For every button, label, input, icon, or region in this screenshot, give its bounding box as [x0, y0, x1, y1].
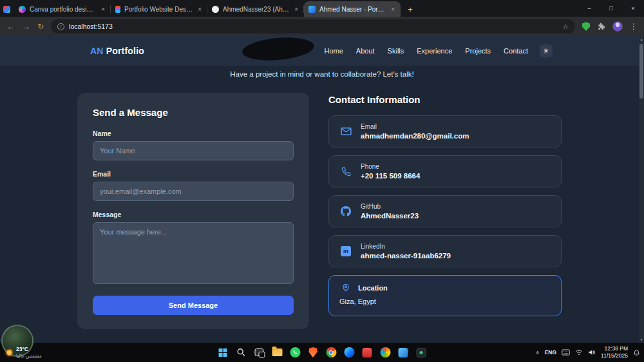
nav-links: Home About Skills Experience Projects Co… — [325, 47, 528, 55]
tab-github[interactable]: AhmedNasser23 (Ahmed Nasse × — [207, 1, 304, 17]
copilot-icon[interactable] — [379, 347, 392, 359]
tab-portfolio-active[interactable]: Ahmed Nasser - Portfolio × — [304, 1, 401, 17]
system-tray: ∧ ENG 12:38 PM 11/15/2025 — [536, 345, 640, 359]
nav-item-home[interactable]: Home — [325, 47, 343, 55]
location-pin-icon — [339, 283, 352, 292]
tab-title: AhmedNasser23 (Ahmed Nasse — [223, 6, 289, 13]
forward-icon[interactable]: → — [22, 23, 30, 31]
window-controls: – □ × — [578, 0, 644, 17]
theme-toggle-button[interactable]: ☀ — [540, 44, 553, 57]
whatsapp-icon[interactable] — [289, 347, 301, 359]
logo-name: Portfolio — [106, 46, 144, 56]
tab-close-icon[interactable]: × — [293, 6, 299, 13]
language-indicator[interactable]: ENG — [545, 349, 556, 356]
scrollbar-thumb[interactable] — [639, 44, 643, 99]
contact-card-email[interactable]: Email ahmadhemdan280@gmail.com — [328, 115, 562, 148]
tab-close-icon[interactable]: × — [100, 6, 106, 13]
brave-icon[interactable] — [307, 347, 319, 359]
close-window-button[interactable]: × — [622, 0, 644, 17]
window-badge-icon[interactable] — [3, 6, 10, 13]
contact-card-linkedin[interactable]: in LinkedIn ahmed-nasser-91aab6279 — [328, 235, 562, 267]
phone-icon — [339, 167, 352, 176]
page-scrollbar[interactable]: ▲ ▼ — [639, 36, 644, 343]
tab-figma[interactable]: Portfolio Website Design – Figm × — [111, 1, 207, 17]
github-icon — [339, 206, 352, 216]
scrollbar-down-icon[interactable]: ▼ — [639, 336, 644, 343]
site-navbar: ANPortfolio Home About Skills Experience… — [0, 36, 644, 66]
reload-icon[interactable]: ↻ — [37, 23, 44, 30]
touch-keyboard-icon[interactable] — [562, 349, 570, 356]
email-label: Email — [93, 170, 294, 178]
name-input[interactable] — [93, 141, 294, 160]
new-tab-button[interactable]: + — [403, 2, 417, 16]
contact-label: GitHub — [361, 203, 419, 210]
nav-item-skills[interactable]: Skills — [388, 47, 404, 55]
nav-item-contact[interactable]: Contact — [504, 47, 528, 55]
contact-card-location[interactable]: Location Giza, Egypt — [328, 275, 562, 316]
site-logo[interactable]: ANPortfolio — [90, 46, 144, 56]
form-title: Send a Message — [93, 107, 294, 118]
nav-item-about[interactable]: About — [356, 47, 375, 55]
tab-canva[interactable]: Canva portfolio design prompt × — [14, 1, 111, 17]
contact-label: Location — [358, 284, 388, 292]
tab-close-icon[interactable]: × — [196, 6, 203, 13]
sun-icon — [6, 350, 12, 356]
edge-icon[interactable] — [343, 347, 355, 359]
email-input[interactable] — [93, 182, 294, 201]
linkedin-icon: in — [339, 246, 352, 256]
start-button[interactable] — [217, 347, 229, 359]
speaker-icon[interactable] — [588, 349, 596, 356]
contact-label: Email — [361, 123, 469, 130]
browser-tab-strip: Canva portfolio design prompt × Portfoli… — [0, 0, 644, 17]
tab-title: Ahmed Nasser - Portfolio — [319, 6, 386, 13]
weather-widget[interactable]: 23°C مشمس غالبا — [6, 346, 42, 358]
extensions-puzzle-icon[interactable] — [597, 23, 605, 31]
wifi-icon[interactable] — [575, 349, 583, 356]
message-textarea[interactable] — [93, 222, 294, 284]
nav-item-experience[interactable]: Experience — [417, 47, 452, 55]
maximize-button[interactable]: □ — [600, 0, 622, 17]
tray-chevron-icon[interactable]: ∧ — [536, 350, 540, 356]
app-icon-dark[interactable] — [415, 347, 428, 359]
file-explorer-icon[interactable] — [271, 347, 283, 359]
contact-value: +20 115 509 8664 — [361, 172, 420, 180]
email-icon — [339, 127, 352, 136]
contact-card-phone[interactable]: Phone +20 115 509 8664 — [328, 155, 562, 187]
windows-taskbar: 23°C مشمس غالبا ∧ ENG — [0, 343, 644, 362]
task-view-icon[interactable] — [253, 347, 265, 359]
logo-accent: AN — [90, 46, 104, 56]
send-message-button[interactable]: Send Message — [93, 296, 294, 315]
bookmark-star-icon[interactable]: ☆ — [562, 23, 569, 31]
message-label: Message — [93, 211, 294, 218]
contact-information: Contact Information Email ahmadhemdan280… — [328, 93, 562, 324]
nav-item-projects[interactable]: Projects — [465, 47, 491, 55]
adblock-shield-icon[interactable] — [582, 22, 590, 31]
weather-desc: مشمس غالبا — [16, 353, 42, 359]
back-icon[interactable]: ← — [6, 23, 15, 31]
search-icon[interactable] — [235, 347, 247, 359]
contact-value: AhmedNasser23 — [361, 212, 419, 220]
address-bar[interactable]: i localhost:5173 ☆ — [51, 19, 575, 33]
notification-bell-icon[interactable] — [633, 349, 640, 356]
contact-card-github[interactable]: GitHub AhmedNasser23 — [328, 195, 562, 227]
tab-title: Portfolio Website Design – Figm — [124, 6, 193, 13]
contact-section: Send a Message Name Email Message Send M… — [0, 78, 644, 329]
profile-avatar[interactable] — [612, 21, 623, 32]
portfolio-favicon — [308, 6, 316, 13]
contact-tagline: Have a project in mind or want to collab… — [0, 70, 644, 78]
browser-menu-icon[interactable]: ⋮ — [630, 22, 638, 31]
weather-temp: 23°C — [16, 346, 42, 352]
scrollbar-up-icon[interactable]: ▲ — [639, 36, 644, 43]
site-info-icon[interactable]: i — [57, 23, 64, 30]
contact-label: Phone — [361, 163, 420, 170]
tab-title: Canva portfolio design prompt — [30, 6, 96, 13]
app-icon-red[interactable] — [361, 347, 374, 359]
tab-close-icon[interactable]: × — [390, 6, 396, 13]
contact-value: ahmadhemdan280@gmail.com — [361, 132, 469, 140]
chrome-icon[interactable] — [325, 347, 337, 359]
url-text: localhost:5173 — [69, 23, 113, 30]
clock[interactable]: 12:38 PM 11/15/2025 — [601, 345, 628, 359]
contact-value: ahmed-nasser-91aab6279 — [361, 252, 451, 260]
app-icon-blue[interactable] — [397, 347, 410, 359]
minimize-button[interactable]: – — [578, 0, 600, 17]
